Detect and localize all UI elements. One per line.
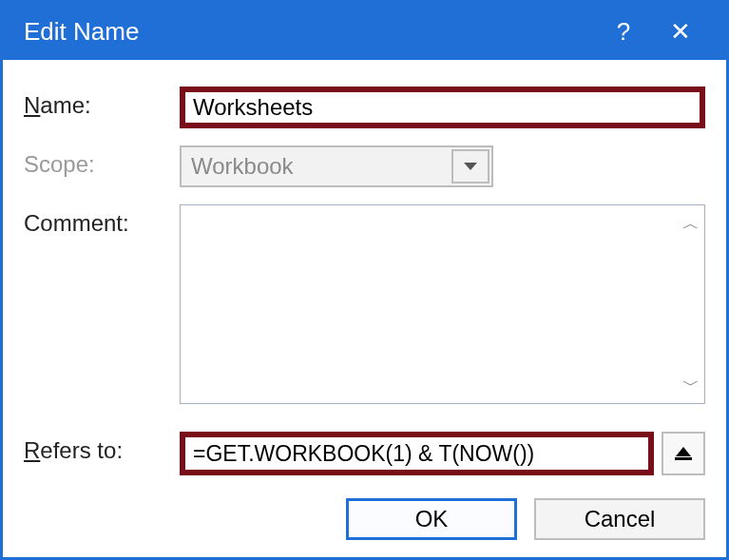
collapse-icon xyxy=(675,447,692,460)
comment-label: Comment: xyxy=(24,204,176,237)
comment-textarea[interactable] xyxy=(180,204,705,404)
cancel-button[interactable]: Cancel xyxy=(534,498,705,540)
close-icon: ✕ xyxy=(670,17,691,47)
dialog-body: Name: Scope: Workbook Comment: ︿ ﹀ Refer… xyxy=(3,60,726,557)
edit-name-dialog: Edit Name ? ✕ Name: Scope: Workbook C xyxy=(0,0,729,560)
scope-value: Workbook xyxy=(191,153,294,180)
name-input[interactable] xyxy=(180,87,705,128)
dialog-title: Edit Name xyxy=(24,17,595,47)
name-label: Name: xyxy=(24,87,176,119)
collapse-dialog-button[interactable] xyxy=(662,432,705,475)
refers-to-input[interactable] xyxy=(180,432,654,475)
scope-label: Scope: xyxy=(24,145,176,178)
refers-to-label: Refers to: xyxy=(24,432,176,464)
ok-button[interactable]: OK xyxy=(346,498,517,540)
scroll-up-icon[interactable]: ︿ xyxy=(682,212,700,235)
close-button[interactable]: ✕ xyxy=(652,3,709,60)
scroll-down-icon[interactable]: ﹀ xyxy=(682,374,700,396)
refers-to-wrap xyxy=(180,432,705,475)
scope-field-wrap: Workbook xyxy=(180,145,705,187)
comment-field-wrap: ︿ ﹀ xyxy=(180,204,705,404)
help-button[interactable]: ? xyxy=(595,3,652,60)
scope-dropdown-button xyxy=(451,149,489,183)
titlebar: Edit Name ? ✕ xyxy=(3,3,726,60)
help-icon: ? xyxy=(617,17,630,47)
scope-dropdown: Workbook xyxy=(180,145,493,187)
dialog-buttons: OK Cancel xyxy=(24,498,705,540)
chevron-down-icon xyxy=(464,163,477,170)
name-field-wrap xyxy=(180,87,705,128)
